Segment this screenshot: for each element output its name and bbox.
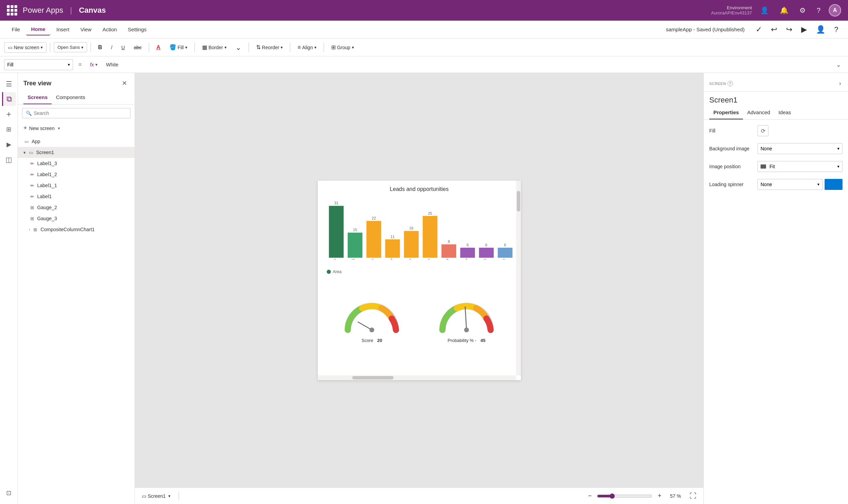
italic-button[interactable]: / [107, 42, 116, 53]
rp-tab-advanced[interactable]: Advanced [743, 106, 774, 119]
components-icon[interactable]: ◫ [2, 153, 16, 167]
toolbar-help-icon[interactable]: ? [831, 22, 841, 37]
notification-icon[interactable]: 🔔 [777, 3, 791, 17]
tab-components[interactable]: Components [52, 91, 89, 104]
fill-color-button[interactable]: ⟳ [757, 125, 768, 136]
underline-button[interactable]: U [117, 42, 128, 53]
menu-settings[interactable]: Settings [123, 24, 151, 35]
zoom-slider[interactable] [597, 493, 652, 499]
check-icon[interactable]: ✓ [753, 22, 765, 37]
data-icon[interactable]: ⊞ [2, 122, 16, 136]
chart-legend: Area [323, 269, 515, 274]
media-icon[interactable]: ▶ [2, 138, 16, 151]
canvas[interactable]: Leads and opportunities 31 15 [135, 73, 703, 487]
fx-button[interactable]: fx ▾ [87, 62, 100, 67]
img-pos-dropdown[interactable]: Fit ▾ [757, 161, 842, 172]
rp-expand-button[interactable]: › [838, 78, 842, 88]
gauge-icon: ⊞ [29, 204, 35, 211]
undo-icon[interactable]: ↩ [768, 22, 780, 37]
menubar: File Home Insert View Action Settings sa… [0, 21, 848, 39]
new-screen-chevron-icon: ▾ [58, 126, 60, 131]
bar-chart-svg: 31 15 22 11 16 [323, 198, 515, 260]
group-button[interactable]: ⊞ Group ▾ [327, 42, 358, 53]
tree-item-gauge3[interactable]: ⊞ Gauge_3 [18, 213, 135, 224]
menu-file[interactable]: File [7, 24, 25, 35]
add-control-icon[interactable]: + [2, 107, 16, 121]
property-selector[interactable]: Fill ▾ [4, 59, 73, 70]
align-button[interactable]: ≡ Align ▾ [294, 42, 320, 53]
rp-tab-ideas[interactable]: Ideas [774, 106, 795, 119]
fill-chevron-icon: ▾ [185, 45, 187, 50]
new-screen-button[interactable]: ▭ New screen ▾ [4, 42, 46, 53]
tree-item-label1-2[interactable]: ✏ Label1_2 [18, 169, 135, 180]
svg-rect-4 [366, 221, 381, 258]
tree-panel-close-button[interactable]: ✕ [119, 78, 129, 88]
canvas-screen: Leads and opportunities 31 15 [318, 181, 521, 380]
bg-image-dropdown[interactable]: None ▾ [757, 143, 842, 154]
toolbar-sep-2 [91, 43, 91, 52]
menu-action[interactable]: Action [98, 24, 122, 35]
apps-grid-icon[interactable] [7, 5, 17, 15]
zoom-out-button[interactable]: − [585, 491, 595, 501]
fill-label: Fill [709, 128, 757, 133]
strikethrough-button[interactable]: abc [130, 42, 146, 53]
svg-text:22: 22 [371, 216, 376, 220]
tree-item-gauge2[interactable]: ⊞ Gauge_2 [18, 202, 135, 213]
border-button[interactable]: ▦ Border ▾ [198, 42, 230, 53]
search-input[interactable] [34, 110, 127, 116]
product-name: Canvas [79, 6, 106, 15]
chart-icon: ⊞ [32, 226, 39, 233]
svg-rect-10 [422, 216, 437, 258]
formula-input[interactable] [103, 59, 830, 70]
menu-view[interactable]: View [75, 24, 96, 35]
play-icon[interactable]: ▶ [798, 22, 810, 37]
avatar[interactable]: A [829, 4, 841, 17]
zoom-in-button[interactable]: + [655, 491, 664, 501]
tab-screens[interactable]: Screens [23, 91, 52, 104]
reorder-icon: ⇅ [256, 44, 261, 51]
tree-item-chart1[interactable]: › ⊞ CompositeColumnChart1 [18, 224, 135, 235]
rp-section-label: SCREEN ? [709, 81, 733, 86]
font-chevron-icon: ▾ [81, 45, 83, 50]
font-color-button[interactable]: A [153, 42, 164, 53]
environment-info: Environment AuroraAPIEnv43137 [711, 5, 752, 15]
canvas-scrollbar-horizontal[interactable] [318, 375, 516, 380]
screen-selector[interactable]: ▭ Screen1 ▾ [139, 492, 173, 500]
bg-image-label: Background image [709, 146, 757, 151]
rp-screen-name: Screen1 [704, 92, 848, 106]
new-screen-button[interactable]: + New screen ▾ [18, 122, 135, 135]
zoom-percentage: 57 % [667, 493, 684, 499]
tree-item-screen1[interactable]: ▾ ▭ Screen1 ··· [18, 147, 135, 158]
bottom-bar: ▭ Screen1 ▾ − + 57 % ⛶ [135, 487, 703, 504]
spinner-color-button[interactable] [825, 179, 842, 190]
layers-icon[interactable]: ⧉ [2, 92, 16, 106]
menu-insert[interactable]: Insert [52, 24, 74, 35]
tree-item-label1[interactable]: ✏ Label1 [18, 191, 135, 202]
bold-button[interactable]: B [94, 42, 106, 53]
help-circle-icon[interactable]: ? [727, 81, 733, 86]
fullscreen-button[interactable]: ⛶ [687, 491, 699, 501]
loading-spinner-dropdown[interactable]: None ▾ [757, 179, 823, 190]
font-selector[interactable]: Open Sans ▾ [54, 42, 87, 52]
formula-expand-icon[interactable]: ⌄ [833, 61, 844, 68]
tree-item-app[interactable]: ▭ App [18, 136, 135, 147]
label-icon: ✏ [29, 193, 35, 200]
tree-item-label1-3[interactable]: ✏ Label1_3 [18, 158, 135, 169]
tree-item-label1-1[interactable]: ✏ Label1_1 [18, 180, 135, 191]
share-icon[interactable]: 👤 [813, 22, 828, 37]
rp-tab-properties[interactable]: Properties [709, 106, 743, 119]
help-icon[interactable]: ? [814, 4, 823, 17]
reorder-button[interactable]: ⇅ Reorder ▾ [252, 42, 287, 53]
fill-button[interactable]: 🪣 Fill ▾ [166, 42, 191, 53]
svg-rect-18 [498, 247, 512, 257]
canvas-scrollbar-vertical[interactable] [516, 181, 521, 375]
hamburger-menu-icon[interactable]: ☰ [2, 77, 16, 91]
variables-icon[interactable]: ⊡ [2, 486, 16, 500]
fill-icon: 🪣 [169, 44, 176, 51]
settings-icon[interactable]: ⚙ [797, 3, 808, 17]
svg-text:16: 16 [409, 226, 413, 230]
menu-home[interactable]: Home [26, 23, 50, 35]
environment-icon[interactable]: 👤 [757, 3, 772, 17]
redo-icon[interactable]: ↪ [783, 22, 795, 37]
down-arrow-button[interactable]: ⌄ [232, 41, 245, 54]
